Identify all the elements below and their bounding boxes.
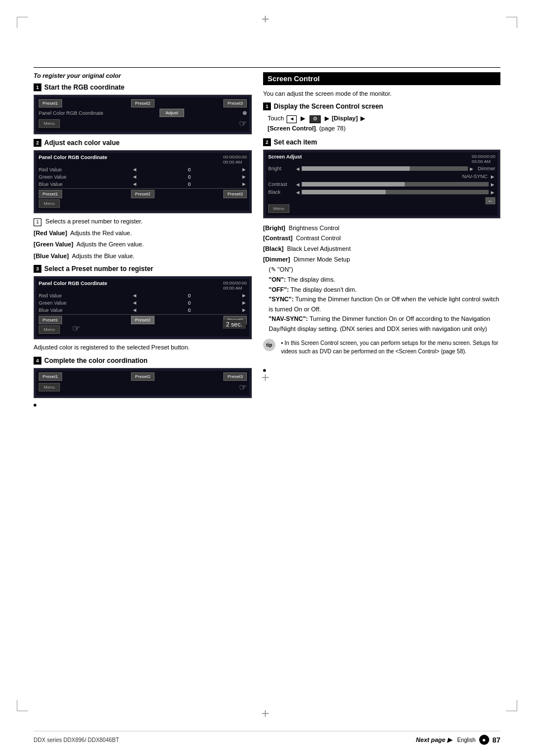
main-content: To register your original color 1 Start … (34, 67, 500, 700)
settings-icon[interactable]: ⚙ (310, 115, 321, 123)
step3-red-row: Red Value ◄ 0 ► (39, 292, 247, 298)
tip-text: • In this Screen Control screen, you can… (281, 339, 500, 356)
black-row: Black ◄ ► (268, 189, 495, 195)
step4-preset3[interactable]: Preset3 (223, 372, 247, 381)
step3-preset2[interactable]: Preset2 (131, 316, 154, 324)
contrast-label: Contrast (268, 181, 295, 187)
step3-blue-left[interactable]: ◄ (132, 307, 137, 313)
step3-heading: 3 Select a Preset number to register (34, 265, 252, 273)
step2-preset3[interactable]: Preset3 (223, 190, 247, 198)
step3-preset-row: Preset1 Preset2 Preset3 (39, 316, 247, 324)
step2-time: 00:00/00:0000:00 AM (223, 155, 247, 165)
right-step1-label: Display the Screen Control screen (274, 102, 383, 110)
bright-right[interactable]: ► (469, 166, 475, 172)
contrast-left[interactable]: ◄ (295, 181, 301, 188)
menu-btn-3[interactable]: Menu (39, 325, 60, 334)
step2-preset1[interactable]: Preset1 (39, 190, 62, 198)
screen-adjust-title: Screen Adjust (268, 154, 302, 164)
step3-green-right[interactable]: ► (241, 300, 247, 306)
step3-red-left[interactable]: ◄ (132, 292, 137, 298)
step4-heading: 4 Complete the color coordination (34, 357, 252, 365)
next-page-label: Next page ▶ (416, 736, 452, 744)
step3-time: 00:00/00:0000:00 AM (223, 281, 247, 291)
step3-red-val: 0 (188, 293, 191, 298)
arrow-separator: ▶ (301, 115, 305, 122)
menu-btn-2[interactable]: Menu (39, 199, 60, 208)
step2-desc-1: 1 Selects a preset number to register. (34, 217, 252, 226)
step3-preset1[interactable]: Preset1 (39, 316, 62, 324)
green-right[interactable]: ► (241, 174, 247, 180)
right-menu-row: Menu (268, 204, 495, 213)
screen-control-desc: You can adjust the screen mode of the mo… (263, 90, 500, 98)
right-arrow-row: ← (268, 197, 495, 204)
touch-hand-1: ☞ (239, 118, 247, 129)
menu-btn-right[interactable]: Menu (268, 204, 289, 213)
nav-sync-arrow[interactable]: ► (490, 174, 495, 180)
red-right[interactable]: ► (241, 166, 247, 172)
contrast-right[interactable]: ► (490, 181, 495, 188)
step3-divider (39, 314, 247, 315)
page-num-box: English ● 87 (457, 735, 500, 745)
dimmer-bracket: [Dimmer] (263, 256, 290, 263)
preset3-btn[interactable]: Preset3 (223, 99, 247, 108)
screen-back-arrow[interactable]: ← (485, 197, 495, 204)
blue-label: Blue Value (39, 181, 83, 187)
right-descriptions: [Bright] Brightness Control [Contrast] C… (263, 223, 500, 334)
adjust-btn[interactable]: Adjust (160, 109, 184, 117)
corner-mark-bl (17, 700, 28, 711)
back-arrow-icon[interactable]: ◄ (287, 115, 297, 123)
step3-green-left[interactable]: ◄ (132, 300, 137, 306)
red-val: 0 (188, 167, 191, 172)
step1-heading: 1 Start the RGB coordinate (34, 83, 252, 91)
step4-preset2[interactable]: Preset2 (131, 372, 154, 381)
step2-title: Panel Color RGB Coordinate (39, 155, 107, 165)
display-label: [Display] (332, 115, 358, 122)
mode-off: "OFF": The display doesn't dim. (269, 285, 500, 295)
contrast-fill (302, 182, 405, 186)
bright-left[interactable]: ◄ (295, 166, 301, 172)
num-icon-1: 1 (34, 218, 41, 226)
black-bracket: [Black] (263, 245, 284, 252)
step2-desc-2: [Red Value] Adjusts the Red value. (34, 228, 252, 238)
step2-label: Adjust each color value (44, 139, 120, 147)
screen-adjust-time: 00:00/00:0000:00 AM (472, 154, 495, 164)
right-step2-screen: Screen Adjust 00:00/00:0000:00 AM Bright… (263, 150, 500, 218)
screen-control-header: Screen Control (263, 72, 500, 85)
top-rule (34, 67, 500, 68)
step2-desc-4: [Blue Value] Adjusts the Blue value. (34, 251, 252, 261)
step2-preset2[interactable]: Preset2 (131, 190, 154, 198)
step4-screen: Preset1 Preset2 Preset3 Menu ☞ (34, 368, 252, 398)
black-fill (302, 190, 386, 194)
right-step2-top-bar: Screen Adjust 00:00/00:0000:00 AM (268, 154, 495, 164)
blue-left[interactable]: ◄ (132, 181, 137, 187)
blue-right[interactable]: ► (241, 181, 247, 187)
footer-right: Next page ▶ English ● 87 (416, 735, 500, 745)
black-left[interactable]: ◄ (295, 189, 301, 195)
bullet-dot-right (263, 369, 266, 372)
right-column: Screen Control You can adjust the screen… (263, 72, 500, 407)
right-step2-label: Set each item (274, 138, 317, 146)
preset2-btn[interactable]: Preset2 (131, 99, 154, 108)
bright-slider[interactable] (302, 166, 468, 171)
menu-btn-1[interactable]: Menu (39, 119, 60, 128)
lang-label: English (457, 737, 476, 743)
black-right[interactable]: ► (490, 189, 495, 195)
touch-hand-3: ☞ (72, 324, 80, 333)
contrast-desc: [Contrast] Contrast Control (263, 233, 500, 244)
green-val: 0 (188, 174, 191, 180)
step4-preset-row: Preset1 Preset2 Preset3 (39, 372, 247, 381)
red-left[interactable]: ◄ (132, 166, 137, 172)
bright-label: Bright (268, 166, 295, 171)
green-left[interactable]: ◄ (132, 174, 137, 180)
preset1-btn[interactable]: Preset1 (39, 99, 62, 108)
step2-screen: Panel Color RGB Coordinate 00:00/00:0000… (34, 150, 252, 213)
step3-red-right[interactable]: ► (241, 292, 247, 298)
step2-screen-inner: Panel Color RGB Coordinate 00:00/00:0000… (36, 153, 249, 211)
step4-preset1[interactable]: Preset1 (39, 372, 62, 381)
menu-btn-4[interactable]: Menu (39, 383, 60, 391)
step3-blue-right[interactable]: ► (241, 307, 247, 313)
blue-row: Blue Value ◄ 0 ► (39, 181, 247, 187)
dimmer-modes: "ON": The display dims. "OFF": The displ… (269, 275, 500, 334)
black-slider[interactable] (302, 190, 489, 194)
contrast-slider[interactable] (302, 182, 489, 186)
